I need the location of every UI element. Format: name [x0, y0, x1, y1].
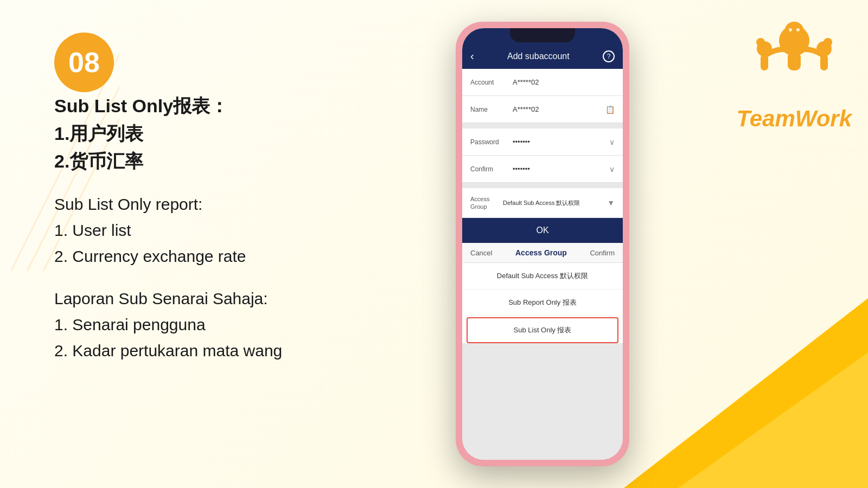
name-field[interactable]: Name A*****02 📋 [462, 96, 623, 123]
svg-point-6 [784, 22, 804, 41]
svg-point-15 [824, 38, 832, 47]
ok-button[interactable]: OK [462, 218, 623, 243]
access-group-label: AccessGroup [470, 195, 500, 211]
confirm-label: Confirm [470, 165, 508, 173]
picker-bar: Cancel Access Group Confirm [462, 243, 623, 263]
help-button[interactable]: ? [603, 50, 615, 62]
block2-line1: Sub List Only report: [54, 191, 282, 217]
picker-options: Default Sub Access 默认权限 Sub Report Only … [462, 263, 623, 343]
svg-rect-12 [820, 54, 828, 70]
password-value: ••••••• [513, 138, 609, 146]
confirm-field[interactable]: Confirm ••••••• ∨ [462, 156, 623, 183]
picker-cancel-button[interactable]: Cancel [470, 249, 492, 257]
teamwork-icon [751, 16, 838, 103]
picker-title: Access Group [515, 248, 567, 257]
block3-line3: 2. Kadar pertukaran mata wang [54, 338, 282, 364]
form-area: Account A*****02 Name A*****02 📋 Passwor… [462, 69, 623, 460]
dropdown-icon: ▼ [607, 198, 615, 207]
option-sub-list[interactable]: Sub List Only 报表 [467, 317, 618, 343]
confirm-value: ••••••• [513, 165, 609, 173]
copy-icon: 📋 [605, 105, 615, 114]
block1-line1: Sub List Only报表： [54, 92, 282, 120]
option-sub-report[interactable]: Sub Report Only 报表 [462, 290, 623, 316]
access-group-value: Default Sub Access 默认权限 [503, 199, 607, 207]
block1-line3: 2.货币汇率 [54, 147, 282, 175]
svg-point-7 [789, 28, 792, 31]
content-area: Sub List Only报表： 1.用户列表 2.货币汇率 Sub List … [54, 92, 282, 380]
step-badge: 08 [54, 33, 114, 92]
app-title: Add subaccount [507, 52, 570, 61]
password-label: Password [470, 138, 508, 146]
block-malay: Laporan Sub Senarai Sahaja: 1. Senarai p… [54, 286, 282, 364]
password-field[interactable]: Password ••••••• ∨ [462, 129, 623, 156]
step-number: 08 [68, 46, 100, 79]
block2-line2: 1. User list [54, 217, 282, 243]
block2-line3: 2. Currency exchange rate [54, 243, 282, 269]
svg-point-8 [796, 28, 800, 31]
account-field: Account A*****02 [462, 69, 623, 96]
name-value: A*****02 [513, 105, 605, 113]
account-label: Account [470, 79, 508, 86]
block3-line2: 1. Senarai pengguna [54, 312, 282, 338]
account-value: A*****02 [513, 78, 615, 86]
picker-confirm-button[interactable]: Confirm [590, 249, 615, 257]
phone-mockup: ‹ Add subaccount ? Account A*****02 [456, 22, 629, 466]
chevron-down-icon-2: ∨ [609, 165, 615, 174]
block1-line2: 1.用户列表 [54, 120, 282, 147]
svg-rect-13 [788, 52, 801, 70]
back-button[interactable]: ‹ [470, 50, 474, 62]
access-group-field[interactable]: AccessGroup Default Sub Access 默认权限 ▼ [462, 188, 623, 218]
name-label: Name [470, 106, 508, 113]
svg-point-14 [756, 38, 765, 47]
chevron-down-icon: ∨ [609, 138, 615, 146]
phone-content: ‹ Add subaccount ? Account A*****02 [462, 28, 623, 460]
spacer-2 [462, 183, 623, 188]
phone-outer: ‹ Add subaccount ? Account A*****02 [456, 22, 629, 466]
block-chinese: Sub List Only报表： 1.用户列表 2.货币汇率 [54, 92, 282, 175]
teamwork-logo: TeamWork [737, 16, 852, 132]
phone-notch [510, 28, 575, 42]
block-english: Sub List Only report: 1. User list 2. Cu… [54, 191, 282, 269]
phone-screen: ‹ Add subaccount ? Account A*****02 [462, 28, 623, 460]
block3-line1: Laporan Sub Senarai Sahaja: [54, 286, 282, 312]
option-default[interactable]: Default Sub Access 默认权限 [462, 263, 623, 290]
teamwork-label: TeamWork [737, 106, 852, 132]
spacer-1 [462, 123, 623, 129]
svg-rect-10 [761, 54, 768, 70]
